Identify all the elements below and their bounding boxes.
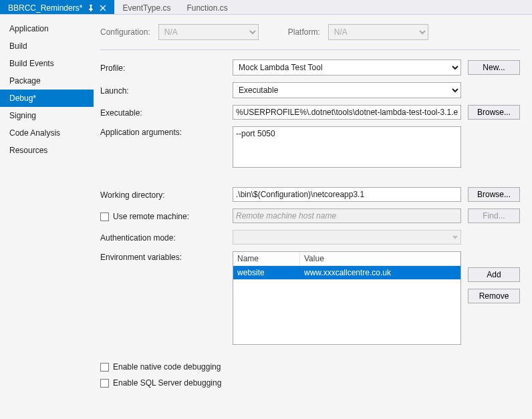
remove-env-button[interactable]: Remove <box>468 289 520 303</box>
executable-label: Executable: <box>100 107 226 118</box>
remote-machine-label: Use remote machine: <box>113 212 189 221</box>
profile-select[interactable]: Mock Lambda Test Tool <box>233 59 461 76</box>
tab-label: Function.cs <box>186 3 227 13</box>
property-page-nav: Application Build Build Events Package D… <box>0 15 94 419</box>
env-col-name[interactable]: Name <box>233 252 300 265</box>
sidenav-resources[interactable]: Resources <box>0 142 94 159</box>
new-profile-button[interactable]: New... <box>468 60 520 75</box>
pin-icon[interactable] <box>88 5 94 11</box>
env-vars-label: Environment variables: <box>100 251 226 262</box>
chevron-down-icon <box>452 236 458 239</box>
browse-executable-button[interactable]: Browse... <box>468 105 520 120</box>
browse-working-dir-button[interactable]: Browse... <box>468 187 520 202</box>
sql-debug-label: Enable SQL Server debugging <box>113 378 221 388</box>
working-dir-label: Working directory: <box>100 189 226 200</box>
close-icon[interactable] <box>100 5 106 11</box>
document-tabs: BBRCC_Reminders* EventType.cs Function.c… <box>0 0 532 15</box>
tab-bbrcc-reminders[interactable]: BBRCC_Reminders* <box>0 0 114 14</box>
add-env-button[interactable]: Add <box>468 267 520 282</box>
tab-label: EventType.cs <box>122 3 170 13</box>
native-debug-label: Enable native code debugging <box>113 362 221 372</box>
sidenav-code-analysis[interactable]: Code Analysis <box>0 124 94 142</box>
remote-machine-checkbox[interactable] <box>100 213 109 221</box>
platform-select: N/A <box>328 24 428 40</box>
debug-page: Configuration: N/A Platform: N/A Profile… <box>94 15 532 419</box>
tab-label: BBRCC_Reminders* <box>8 3 82 13</box>
sidenav-build[interactable]: Build <box>0 37 94 55</box>
sidenav-debug[interactable]: Debug* <box>0 90 94 107</box>
platform-label: Platform: <box>288 27 320 37</box>
auth-mode-label: Authentication mode: <box>100 232 226 243</box>
find-remote-button: Find... <box>468 208 520 223</box>
auth-mode-select <box>233 230 461 245</box>
app-args-label: Application arguments: <box>100 126 226 137</box>
sidenav-application[interactable]: Application <box>0 20 94 37</box>
env-col-value[interactable]: Value <box>300 252 460 265</box>
env-grid-row[interactable]: website www.xxxcallcentre.co.uk <box>233 266 460 279</box>
configuration-label: Configuration: <box>100 27 150 37</box>
tab-function[interactable]: Function.cs <box>178 0 235 14</box>
env-row-name: website <box>233 266 300 279</box>
native-debug-checkbox[interactable] <box>100 363 109 372</box>
env-grid-header: Name Value <box>233 252 460 266</box>
launch-select[interactable]: Executable <box>233 82 461 98</box>
sql-debug-checkbox[interactable] <box>100 379 109 388</box>
configuration-select: N/A <box>158 24 259 40</box>
app-args-input[interactable]: --port 5050 <box>233 126 461 168</box>
remote-machine-input <box>233 208 461 223</box>
sidenav-build-events[interactable]: Build Events <box>0 55 94 72</box>
env-vars-grid[interactable]: Name Value website www.xxxcallcentre.co.… <box>233 251 461 345</box>
launch-label: Launch: <box>100 85 226 96</box>
env-row-value: www.xxxcallcentre.co.uk <box>300 266 460 279</box>
working-dir-input[interactable] <box>233 187 461 202</box>
tab-eventtype[interactable]: EventType.cs <box>114 0 178 14</box>
profile-label: Profile: <box>100 62 226 73</box>
sidenav-signing[interactable]: Signing <box>0 107 94 124</box>
executable-input[interactable] <box>233 105 461 120</box>
sidenav-package[interactable]: Package <box>0 72 94 90</box>
